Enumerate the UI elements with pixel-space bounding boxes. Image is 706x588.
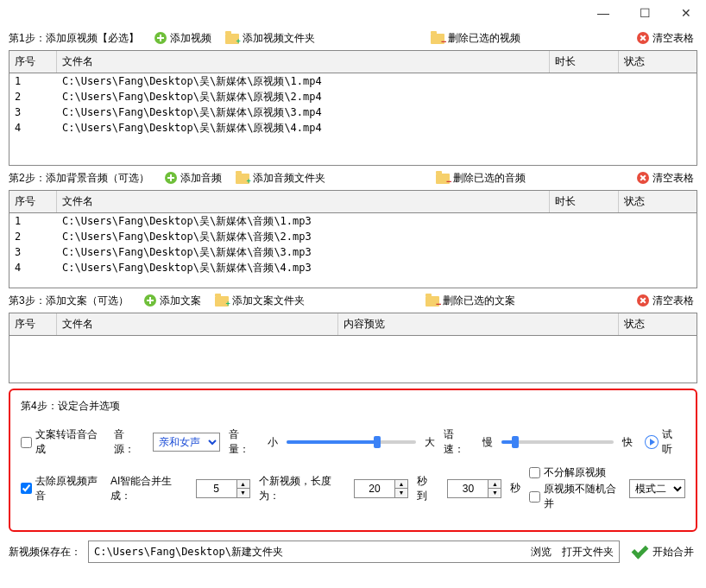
add-script-folder-button[interactable]: 添加文案文件夹 [211, 292, 308, 310]
folder-delete-icon [425, 296, 439, 307]
add-audio-folder-button[interactable]: 添加音频文件夹 [232, 169, 329, 187]
add-icon [165, 172, 177, 184]
clear-video-button[interactable]: 清空表格 [634, 29, 697, 47]
start-merge-button[interactable]: 开始合并 [627, 542, 697, 561]
col-preview[interactable]: 内容预览 [338, 313, 620, 335]
add-script-button[interactable]: 添加文案 [141, 292, 205, 310]
delete-audio-button[interactable]: 删除已选的音频 [432, 169, 529, 187]
length-suffix: 秒 [510, 481, 520, 496]
col-name[interactable]: 文件名 [57, 51, 550, 73]
remove-original-audio-checkbox[interactable]: 去除原视频声音 [21, 474, 102, 503]
col-seq[interactable]: 序号 [9, 191, 57, 212]
close-button[interactable]: ✕ [673, 4, 699, 22]
norandom-checkbox[interactable]: 原视频不随机合并 [529, 482, 620, 511]
video-grid: 序号 文件名 时长 状态 1C:\Users\Fang\Desktop\吴\新媒… [9, 50, 697, 166]
preview-button[interactable]: 试听 [641, 426, 685, 458]
mode-select[interactable]: 模式二 [629, 479, 686, 498]
step2-label: 第2步：添加背景音频（可选） [9, 171, 149, 186]
step3-label: 第3步：添加文案（可选） [9, 294, 129, 308]
open-folder-button[interactable]: 打开文件夹 [557, 545, 619, 560]
step1-label: 第1步：添加原视频【必选】 [9, 31, 139, 46]
step4-title: 第4步：设定合并选项 [21, 399, 685, 414]
check-icon [630, 544, 649, 560]
col-seq[interactable]: 序号 [9, 313, 57, 335]
spin-up-icon[interactable]: ▲ [395, 480, 407, 490]
folder-add-icon [225, 34, 239, 44]
volume-label: 音量： [229, 427, 259, 457]
folder-delete-icon [431, 34, 444, 44]
length-mid-label: 秒 到 [417, 474, 438, 503]
table-row[interactable]: 4C:\Users\Fang\Desktop\吴\新媒体\原视频\4.mp4 [9, 120, 697, 136]
speed-label: 语速： [444, 427, 474, 457]
col-stat[interactable]: 状态 [619, 191, 697, 212]
count-suffix: 个新视频，长度为： [259, 474, 345, 503]
add-icon [154, 32, 167, 44]
step3-toolbar: 第3步：添加文案（可选） 添加文案 添加文案文件夹 删除已选的文案 清空表格 [9, 288, 697, 313]
col-dur[interactable]: 时长 [550, 191, 619, 212]
save-path-box: 浏览 打开文件夹 [88, 541, 620, 563]
table-row[interactable]: 4C:\Users\Fang\Desktop\吴\新媒体\音频\4.mp3 [9, 260, 697, 275]
titlebar: ― ☐ ✕ [0, 0, 706, 26]
clear-audio-button[interactable]: 清空表格 [634, 169, 697, 187]
save-path-input[interactable] [89, 546, 526, 558]
col-name[interactable]: 文件名 [57, 191, 550, 212]
save-path-label: 新视频保存在： [9, 545, 81, 560]
play-icon [645, 435, 659, 449]
voice-select[interactable]: 亲和女声 [153, 433, 220, 452]
delete-script-button[interactable]: 删除已选的文案 [422, 292, 519, 310]
clear-script-button[interactable]: 清空表格 [634, 292, 697, 310]
browse-button[interactable]: 浏览 [526, 545, 557, 560]
col-seq[interactable]: 序号 [9, 51, 57, 73]
volume-min: 小 [268, 435, 278, 450]
col-name[interactable]: 文件名 [57, 313, 338, 335]
table-row[interactable]: 1C:\Users\Fang\Desktop\吴\新媒体\音频\1.mp3 [9, 213, 697, 229]
spin-up-icon[interactable]: ▲ [237, 480, 249, 490]
audio-grid: 序号 文件名 时长 状态 1C:\Users\Fang\Desktop\吴\新媒… [9, 190, 697, 288]
add-icon [144, 294, 156, 307]
add-video-folder-button[interactable]: 添加视频文件夹 [222, 29, 318, 47]
folder-delete-icon [436, 174, 450, 184]
col-dur[interactable]: 时长 [550, 51, 619, 73]
script-grid: 序号 文件名 内容预览 状态 [9, 313, 697, 383]
volume-slider[interactable] [287, 440, 416, 444]
add-audio-button[interactable]: 添加音频 [161, 169, 225, 187]
spin-down-icon[interactable]: ▼ [237, 489, 249, 497]
bottom-bar: 新视频保存在： 浏览 打开文件夹 开始合并 [9, 541, 697, 563]
voice-label: 音源： [114, 427, 144, 457]
table-row[interactable]: 3C:\Users\Fang\Desktop\吴\新媒体\音频\3.mp3 [9, 244, 697, 260]
speed-slider[interactable] [501, 440, 614, 444]
step4-panel: 第4步：设定合并选项 文案转语音合成 音源： 亲和女声 音量： 小 大 语速： … [9, 389, 697, 532]
step2-toolbar: 第2步：添加背景音频（可选） 添加音频 添加音频文件夹 删除已选的音频 清空表格 [9, 166, 697, 190]
table-row[interactable]: 2C:\Users\Fang\Desktop\吴\新媒体\原视频\2.mp4 [9, 89, 697, 104]
folder-add-icon [236, 174, 249, 184]
folder-add-icon [215, 296, 229, 307]
add-video-button[interactable]: 添加视频 [151, 29, 215, 47]
speed-max: 快 [622, 435, 633, 450]
length-from-input[interactable]: ▲▼ [354, 479, 408, 498]
tts-checkbox[interactable]: 文案转语音合成 [21, 427, 105, 457]
spin-up-icon[interactable]: ▲ [489, 480, 501, 490]
clear-icon [637, 32, 649, 44]
length-to-input[interactable]: ▲▼ [447, 479, 501, 498]
delete-video-button[interactable]: 删除已选的视频 [427, 29, 524, 47]
table-row[interactable]: 3C:\Users\Fang\Desktop\吴\新媒体\原视频\3.mp4 [9, 104, 697, 120]
count-input[interactable]: ▲▼ [196, 479, 250, 498]
table-row[interactable]: 2C:\Users\Fang\Desktop\吴\新媒体\音频\2.mp3 [9, 229, 697, 244]
speed-min: 慢 [482, 435, 493, 450]
step1-toolbar: 第1步：添加原视频【必选】 添加视频 添加视频文件夹 删除已选的视频 清空表格 [9, 26, 697, 50]
col-stat[interactable]: 状态 [619, 313, 697, 335]
clear-icon [637, 294, 649, 307]
maximize-button[interactable]: ☐ [632, 4, 658, 22]
col-stat[interactable]: 状态 [619, 51, 697, 73]
spin-down-icon[interactable]: ▼ [395, 489, 407, 497]
ai-merge-label: AI智能合并生成： [110, 474, 187, 503]
nosplit-checkbox[interactable]: 不分解原视频 [529, 465, 620, 480]
volume-max: 大 [425, 435, 435, 450]
minimize-button[interactable]: ― [590, 4, 616, 22]
spin-down-icon[interactable]: ▼ [489, 489, 501, 497]
clear-icon [637, 172, 649, 184]
table-row[interactable]: 1C:\Users\Fang\Desktop\吴\新媒体\原视频\1.mp4 [9, 73, 697, 89]
